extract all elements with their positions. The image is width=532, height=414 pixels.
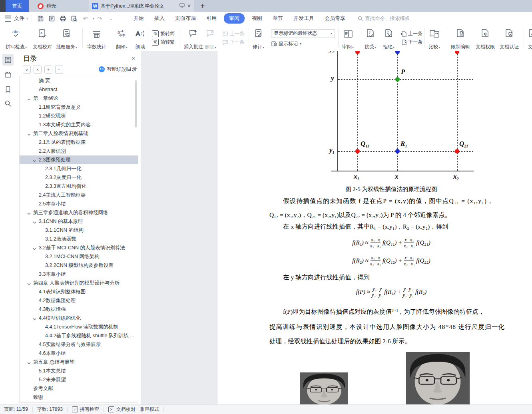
menu-tab-section[interactable]: 章节 (273, 15, 283, 22)
tab-document[interactable]: W 基于Python...理系统 毕业论文 ✕ (89, 0, 194, 12)
paragraph-line[interactable]: 提高训练与表情识别速度，本设计中选用人脸图像大小为 48*48 进行尺度归一化 (269, 322, 505, 332)
chevron-down-icon[interactable] (27, 132, 31, 135)
next-comment-button[interactable]: 下一条 (222, 39, 244, 46)
paragraph-line[interactable]: 在 y 轴方向进行线性插值，得到 (283, 273, 370, 282)
toc-item[interactable]: 4.3数据增强 (20, 305, 138, 314)
spell-check-button[interactable]: abc 拼写检查▾ (5, 27, 28, 52)
insert-comment-button[interactable]: 插入批注 (183, 27, 204, 52)
more-quick-tools-icon[interactable]: ⌄ (107, 14, 116, 23)
paragraph-line[interactable]: Q₁₂ = (x₁,y₂)，Q₂₁ = (x₂,y₁)以及Q₂₂ = (x₂,y… (269, 210, 451, 220)
redo-button[interactable]: ↷ (96, 14, 104, 23)
toc-item[interactable]: 参考文献 (20, 384, 138, 393)
equation-2-3[interactable]: f(P) ≈ y₂−yy₂−y₁ f(R₁) + y−y₁y₂−y₁ f(R₂)… (269, 286, 513, 298)
export-pdf-button[interactable] (48, 14, 56, 23)
toc-item[interactable]: 2.1常见的表情数据库 (20, 138, 138, 147)
delete-comment-button[interactable]: 删除▾ (204, 27, 217, 52)
expand-level-button[interactable]: + (44, 66, 52, 74)
toc-item[interactable]: 3.1.2激活函数 (20, 235, 138, 243)
doc-permission-button[interactable]: 文档权限 (475, 27, 496, 52)
chevron-down-icon[interactable] (33, 316, 36, 320)
print-button[interactable] (59, 14, 68, 23)
markup-state-dropdown[interactable]: 显示标记的最终状态 ▾ (271, 29, 335, 38)
doc-assistant-button-clipped[interactable]: 文档 (526, 27, 532, 52)
track-changes-button[interactable]: 修订▾ (252, 27, 265, 52)
toc-item[interactable]: 2.3图像预处理 (20, 155, 138, 164)
undo-caret-icon[interactable]: ▾ (93, 17, 94, 20)
doc-auth-button[interactable]: 文档认证 (499, 27, 520, 52)
toc-item[interactable]: 2.3.2灰度归一化 (20, 173, 138, 182)
grading-service-button[interactable]: 批改服务▾ (55, 27, 78, 52)
tab-home[interactable]: 首页 (6, 0, 29, 12)
expand-all-button[interactable]: ∧ (34, 66, 42, 74)
paragraph-line[interactable]: 假设待插值点的未知函数 f 是在点P = (x,y)的值，图中点Q₁₁ = (x… (283, 196, 494, 206)
save-button[interactable] (36, 14, 45, 23)
toc-item[interactable]: 4.4模型训练的优化 (20, 314, 138, 322)
trad-to-simp-button[interactable]: 简 繁转简 (152, 30, 175, 37)
smart-toc-button[interactable]: 智能识别目录 (99, 66, 137, 73)
toc-panel-icon[interactable] (2, 54, 14, 66)
toc-item[interactable]: 第三章多通道输入的卷积神经网络 (20, 208, 138, 217)
toc-item[interactable]: 4.4.1TensorFlow 读取数据的机制 (20, 322, 138, 331)
compare-button[interactable]: 比较▾ (428, 27, 441, 52)
toc-item[interactable]: 第五章 总结与展望 (20, 358, 138, 366)
chevron-down-icon[interactable] (33, 158, 36, 162)
bookmark-icon[interactable] (2, 84, 14, 95)
toc-item[interactable]: 4.6本章小结 (20, 349, 138, 358)
print-preview-button[interactable] (70, 14, 79, 23)
menu-tab-dev-tools[interactable]: 开发工具 (293, 15, 314, 22)
toc-item[interactable]: 3.3本章小结 (20, 270, 138, 279)
menu-tab-view[interactable]: 视图 (252, 15, 262, 22)
toc-item[interactable]: 3.2.2CNN 模型结构及参数设置 (20, 261, 138, 270)
review-pane-button[interactable]: 审阅▾ (341, 27, 355, 52)
word-count-indicator[interactable]: 字数: 17893 (37, 406, 63, 413)
menu-tab-page-layout[interactable]: 页面布局 (175, 15, 196, 22)
toc-item[interactable]: 3.2.1MCI-CNN 网络架构 (20, 252, 138, 261)
collapse-all-button[interactable]: ∨ (23, 66, 31, 74)
menu-tab-reference[interactable]: 引用 (206, 15, 217, 22)
toc-item[interactable]: 5.1本文总结 (20, 366, 138, 375)
chevron-down-icon[interactable] (27, 281, 31, 285)
menu-tab-member[interactable]: 会员专享 (325, 15, 345, 22)
toc-item[interactable]: 5.2未来展望 (20, 375, 138, 384)
reject-revision-button[interactable]: 拒绝▾ (382, 27, 395, 52)
toc-item[interactable]: Abstract (20, 85, 138, 94)
toc-item[interactable]: 4.4.2基于多线程随机 shuffle 队列训练 ... (20, 331, 138, 340)
doc-proofread-button[interactable]: a- 文档校对 (32, 27, 53, 52)
collapse-level-button[interactable]: − (55, 66, 63, 74)
accept-revision-button[interactable]: 接受▾ (364, 27, 377, 52)
toc-item[interactable]: 1.3本文研究的主要内容 (20, 120, 138, 129)
toc-item[interactable]: 2.3.1几何归一化 (20, 164, 138, 173)
paragraph-line[interactable]: 处理，经双线性插值法处理后的效果如图 2-6 所示。 (269, 336, 411, 346)
toc-item[interactable]: 致谢 (20, 393, 138, 402)
prev-revision-button[interactable]: 上一条 (400, 30, 422, 37)
close-toc-panel-icon[interactable]: × (132, 55, 135, 61)
menu-tab-review[interactable]: 审阅 (224, 13, 245, 24)
paragraph-line[interactable]: f(P)即为目标图像待插值点对应的灰度值[17]，为了降低每张图像的特征点， (283, 305, 484, 316)
prev-comment-button[interactable]: 上一条 (222, 30, 244, 37)
monitor-icon[interactable] (179, 3, 185, 9)
document-page[interactable]: y2 y y1 x1 x x2 P Q11 R1 Q21 图 2-5 为双线性插… (217, 51, 532, 405)
menu-tab-start[interactable]: 开始 (133, 15, 144, 22)
toc-item[interactable]: 第二章人脸表情识别基础 (20, 129, 138, 138)
file-menu[interactable]: 文件 (14, 15, 24, 22)
tab-docer[interactable]: 稻壳 (29, 0, 89, 12)
chevron-down-icon[interactable] (27, 97, 31, 100)
toc-item[interactable]: 2.3.3直方图均衡化 (20, 182, 138, 191)
face-photo-large[interactable] (406, 352, 470, 405)
toc-item[interactable]: 第四章 人脸表情识别的模型设计与分析 (20, 279, 138, 287)
toc-item[interactable]: 2.4主流人工智能框架 (20, 191, 138, 199)
toc-item[interactable]: 3.1CNN 的基本原理 (20, 217, 138, 226)
command-search[interactable]: 查找命令、搜索模板 (358, 15, 410, 22)
toc-scrollbar-thumb[interactable] (135, 80, 137, 127)
word-count-button[interactable]: 字数统计 (86, 27, 107, 52)
next-revision-button[interactable]: 下一条 (400, 39, 422, 46)
equation-2-2[interactable]: f(R₂) ≈ x₂−xx₂−x₁ f(Q₁₂) + x−x₁x₂−x₁ f(Q… (269, 255, 513, 267)
toc-item[interactable]: 2.2人脸识别 (20, 147, 138, 155)
toc-item[interactable]: 2.5本章小结 (20, 199, 138, 208)
chevron-down-icon[interactable] (33, 220, 36, 223)
toc-item[interactable]: 4.1表情识别整体框图 (20, 287, 138, 296)
page-indicator[interactable]: 页面: 11/59 (4, 406, 28, 413)
face-photo-small[interactable] (300, 372, 348, 405)
undo-button[interactable]: ↶ (81, 14, 90, 23)
toc-item[interactable]: 4.5实验结果分析与效果展示 (20, 340, 138, 349)
